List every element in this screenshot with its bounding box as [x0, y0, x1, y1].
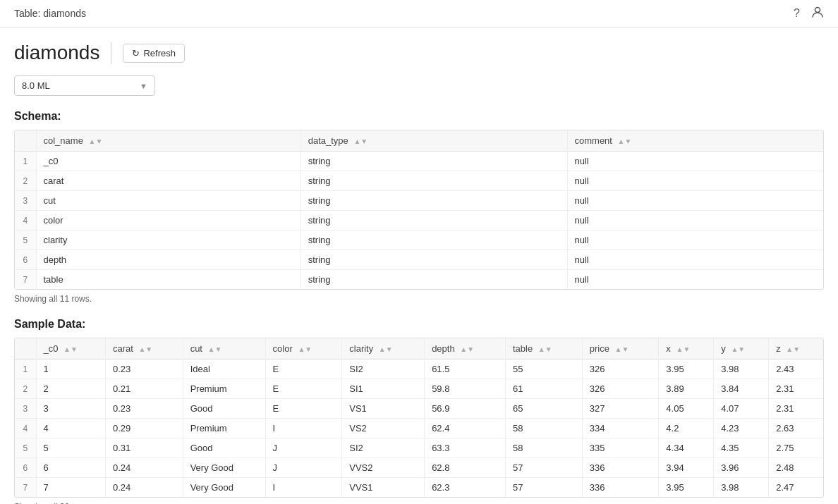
schema-table: col_name ▲▼ data_type ▲▼ comment ▲▼ 1 _c… — [15, 130, 823, 289]
help-icon[interactable]: ? — [794, 7, 800, 20]
sort-icon-color: ▲▼ — [298, 345, 312, 353]
cell-x: 3.89 — [659, 379, 714, 399]
schema-table-head: col_name ▲▼ data_type ▲▼ comment ▲▼ — [15, 130, 823, 152]
cell-x: 3.95 — [659, 478, 714, 498]
table-row: 110.23IdealESI261.5553263.953.982.43 — [15, 359, 823, 379]
col-name-cell: _c0 — [36, 152, 300, 171]
cell-z: 2.47 — [769, 478, 823, 498]
schema-col-comment[interactable]: comment ▲▼ — [567, 130, 823, 152]
row-number: 2 — [15, 171, 36, 191]
data-type-cell: string — [300, 250, 567, 270]
refresh-label: Refresh — [143, 48, 176, 59]
sample-col-_c0[interactable]: _c0 ▲▼ — [36, 338, 105, 359]
sample-col-clarity[interactable]: clarity ▲▼ — [342, 338, 425, 359]
header-icons: ? — [794, 6, 824, 21]
row-number: 3 — [15, 399, 36, 419]
sample-table: _c0 ▲▼carat ▲▼cut ▲▼color ▲▼clarity ▲▼de… — [15, 338, 823, 497]
sort-icon-carat: ▲▼ — [138, 345, 152, 353]
cell-depth: 59.8 — [425, 379, 506, 399]
sort-icon-cut: ▲▼ — [208, 345, 222, 353]
row-number: 6 — [15, 250, 36, 270]
refresh-button[interactable]: ↻ Refresh — [123, 44, 185, 63]
comment-cell: null — [567, 191, 823, 211]
data-type-cell: string — [300, 270, 567, 290]
sort-icon-datatype: ▲▼ — [353, 137, 368, 145]
cell-table: 58 — [505, 419, 582, 438]
schema-table-body: 1 _c0 string null 2 carat string null 3 … — [15, 152, 823, 290]
data-type-cell: string — [300, 191, 567, 211]
cell-price: 326 — [582, 359, 659, 379]
comment-cell: null — [567, 211, 823, 231]
cell-z: 2.31 — [769, 379, 823, 399]
row-number: 4 — [15, 211, 36, 231]
sort-icon-clarity: ▲▼ — [379, 345, 393, 353]
cell-cut: Very Good — [183, 458, 265, 478]
sort-icon-depth: ▲▼ — [460, 345, 474, 353]
schema-col-colname[interactable]: col_name ▲▼ — [36, 130, 300, 152]
cell-clarity: VVS1 — [342, 478, 425, 498]
cell-price: 326 — [582, 379, 659, 399]
cell-price: 336 — [582, 478, 659, 498]
cell-clarity: VVS2 — [342, 458, 425, 478]
cell-depth: 62.4 — [425, 419, 506, 438]
cell-cut: Premium — [183, 419, 265, 438]
row-number: 2 — [15, 379, 36, 399]
cell-color: J — [265, 438, 342, 458]
cell-color: E — [265, 379, 342, 399]
sample-col-y[interactable]: y ▲▼ — [714, 338, 769, 359]
sample-heading: Sample Data: — [14, 318, 824, 331]
cell-table: 57 — [505, 458, 582, 478]
cell-carat: 0.23 — [105, 359, 183, 379]
cell-x: 4.05 — [659, 399, 714, 419]
schema-col-datatype[interactable]: data_type ▲▼ — [300, 130, 567, 152]
cell-table: 58 — [505, 438, 582, 458]
user-icon[interactable] — [811, 6, 824, 21]
cell-color: E — [265, 399, 342, 419]
comment-cell: null — [567, 171, 823, 191]
row-number: 1 — [15, 359, 36, 379]
table-row: 6 depth string null — [15, 250, 823, 270]
cell-color: J — [265, 458, 342, 478]
header-title: Table: diamonds — [14, 8, 86, 19]
cell-table: 65 — [505, 399, 582, 419]
sample-col-z[interactable]: z ▲▼ — [769, 338, 823, 359]
cell-cut: Good — [183, 399, 265, 419]
cell-color: I — [265, 478, 342, 498]
sample-table-head: _c0 ▲▼carat ▲▼cut ▲▼color ▲▼clarity ▲▼de… — [15, 338, 823, 359]
sample-col-x[interactable]: x ▲▼ — [659, 338, 714, 359]
table-row: 550.31GoodJSI263.3583354.344.352.75 — [15, 438, 823, 458]
cell-clarity: VS2 — [342, 419, 425, 438]
cell-depth: 56.9 — [425, 399, 506, 419]
cell-y: 4.35 — [714, 438, 769, 458]
sample-table-wrapper: _c0 ▲▼carat ▲▼cut ▲▼color ▲▼clarity ▲▼de… — [14, 338, 824, 498]
sample-col-price[interactable]: price ▲▼ — [582, 338, 659, 359]
cell-_c0: 4 — [36, 419, 105, 438]
table-row: 330.23GoodEVS156.9653274.054.072.31 — [15, 399, 823, 419]
sample-col-carat[interactable]: carat ▲▼ — [105, 338, 183, 359]
cell-carat: 0.23 — [105, 399, 183, 419]
comment-cell: null — [567, 250, 823, 270]
cell-carat: 0.21 — [105, 379, 183, 399]
table-row: 7 table string null — [15, 270, 823, 290]
cell-carat: 0.24 — [105, 458, 183, 478]
cell-y: 4.07 — [714, 399, 769, 419]
cell-y: 3.98 — [714, 478, 769, 498]
version-dropdown[interactable]: 8.0 ML ▼ — [14, 75, 155, 96]
row-number: 7 — [15, 270, 36, 290]
table-row: 2 carat string null — [15, 171, 823, 191]
sample-col-table[interactable]: table ▲▼ — [505, 338, 582, 359]
sample-table-body: 110.23IdealESI261.5553263.953.982.43220.… — [15, 359, 823, 498]
version-dropdown-wrapper: 8.0 ML ▼ — [14, 75, 824, 96]
sample-rownum-header — [15, 338, 36, 359]
sample-col-depth[interactable]: depth ▲▼ — [425, 338, 506, 359]
cell-z: 2.63 — [769, 419, 823, 438]
sample-col-color[interactable]: color ▲▼ — [265, 338, 342, 359]
cell-price: 335 — [582, 438, 659, 458]
data-type-cell: string — [300, 171, 567, 191]
cell-x: 3.94 — [659, 458, 714, 478]
cell-_c0: 7 — [36, 478, 105, 498]
cell-_c0: 2 — [36, 379, 105, 399]
row-number: 5 — [15, 231, 36, 250]
sort-icon-z: ▲▼ — [786, 345, 800, 353]
sample-col-cut[interactable]: cut ▲▼ — [183, 338, 265, 359]
